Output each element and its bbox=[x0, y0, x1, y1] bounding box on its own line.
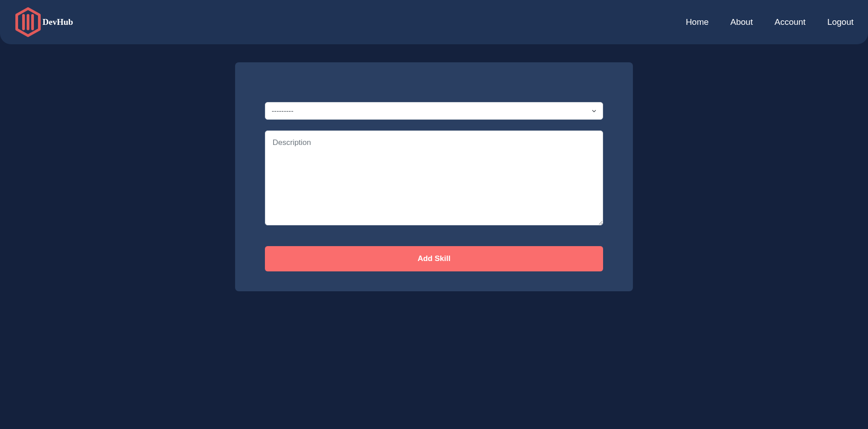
logo[interactable]: DevHub bbox=[14, 7, 73, 37]
navbar: DevHub Home About Account Logout bbox=[0, 0, 868, 44]
nav-about[interactable]: About bbox=[731, 17, 753, 27]
add-skill-form: --------- Add Skill bbox=[265, 102, 603, 271]
main-container: --------- Add Skill bbox=[226, 62, 642, 291]
nav-home[interactable]: Home bbox=[686, 17, 709, 27]
nav-links: Home About Account Logout bbox=[686, 17, 854, 27]
add-skill-form-card: --------- Add Skill bbox=[235, 62, 633, 291]
skill-select[interactable]: --------- bbox=[265, 102, 603, 120]
nav-logout[interactable]: Logout bbox=[827, 17, 854, 27]
description-textarea[interactable] bbox=[265, 131, 603, 225]
add-skill-button[interactable]: Add Skill bbox=[265, 246, 603, 271]
hexagon-logo-icon bbox=[14, 7, 42, 37]
brand-name: DevHub bbox=[42, 17, 73, 27]
nav-account[interactable]: Account bbox=[774, 17, 806, 27]
